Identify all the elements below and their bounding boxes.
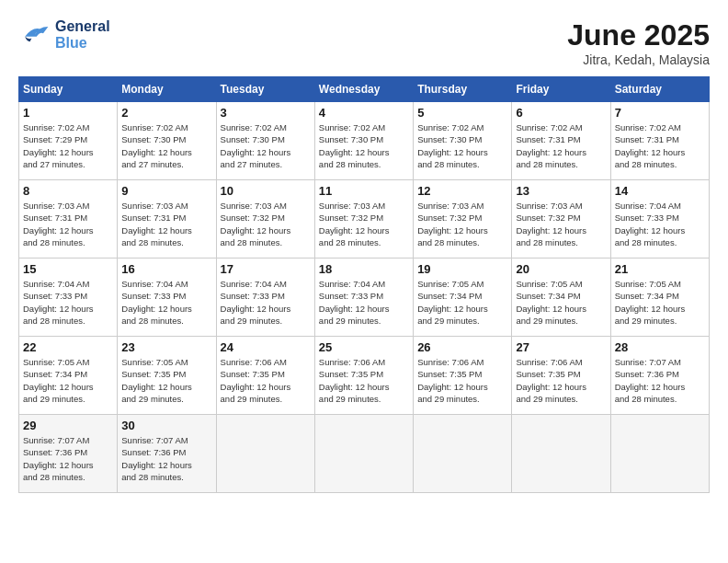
day-13: 13 Sunrise: 7:03 AMSunset: 7:32 PMDaylig… <box>512 180 610 259</box>
day-9: 9 Sunrise: 7:03 AMSunset: 7:31 PMDayligh… <box>118 180 216 259</box>
day-8: 8 Sunrise: 7:03 AMSunset: 7:31 PMDayligh… <box>19 180 118 259</box>
week-row-5: 29 Sunrise: 7:07 AMSunset: 7:36 PMDaylig… <box>19 415 710 493</box>
week-row-1: 1 Sunrise: 7:02 AMSunset: 7:29 PMDayligh… <box>19 102 710 180</box>
day-6: 6 Sunrise: 7:02 AMSunset: 7:31 PMDayligh… <box>512 102 610 180</box>
day-12: 12 Sunrise: 7:03 AMSunset: 7:32 PMDaylig… <box>414 180 512 259</box>
day-28: 28 Sunrise: 7:07 AMSunset: 7:36 PMDaylig… <box>610 337 709 415</box>
empty-cell-5 <box>610 415 709 493</box>
day-15: 15 Sunrise: 7:04 AMSunset: 7:33 PMDaylig… <box>19 259 118 337</box>
empty-cell-2 <box>314 415 413 493</box>
week-row-2: 8 Sunrise: 7:03 AMSunset: 7:31 PMDayligh… <box>19 180 710 259</box>
day-21: 21 Sunrise: 7:05 AMSunset: 7:34 PMDaylig… <box>610 259 709 337</box>
calendar: Sunday Monday Tuesday Wednesday Thursday… <box>18 76 710 493</box>
day-18: 18 Sunrise: 7:04 AMSunset: 7:33 PMDaylig… <box>314 259 413 337</box>
day-5: 5 Sunrise: 7:02 AMSunset: 7:30 PMDayligh… <box>414 102 512 180</box>
logo-icon <box>18 18 51 52</box>
day-11: 11 Sunrise: 7:03 AMSunset: 7:32 PMDaylig… <box>314 180 413 259</box>
week-row-4: 22 Sunrise: 7:05 AMSunset: 7:34 PMDaylig… <box>19 337 710 415</box>
day-20: 20 Sunrise: 7:05 AMSunset: 7:34 PMDaylig… <box>512 259 610 337</box>
page-header: General Blue June 2025 Jitra, Kedah, Mal… <box>18 18 710 67</box>
header-friday: Friday <box>512 77 610 102</box>
day-4: 4 Sunrise: 7:02 AMSunset: 7:30 PMDayligh… <box>314 102 413 180</box>
day-10: 10 Sunrise: 7:03 AMSunset: 7:32 PMDaylig… <box>216 180 314 259</box>
day-2: 2 Sunrise: 7:02 AMSunset: 7:30 PMDayligh… <box>118 102 216 180</box>
logo-text: General Blue <box>55 18 110 52</box>
day-3: 3 Sunrise: 7:02 AMSunset: 7:30 PMDayligh… <box>216 102 314 180</box>
day-22: 22 Sunrise: 7:05 AMSunset: 7:34 PMDaylig… <box>19 337 118 415</box>
day-23: 23 Sunrise: 7:05 AMSunset: 7:35 PMDaylig… <box>118 337 216 415</box>
day-17: 17 Sunrise: 7:04 AMSunset: 7:33 PMDaylig… <box>216 259 314 337</box>
empty-cell-3 <box>414 415 512 493</box>
day-25: 25 Sunrise: 7:06 AMSunset: 7:35 PMDaylig… <box>314 337 413 415</box>
location: Jitra, Kedah, Malaysia <box>567 52 710 67</box>
day-27: 27 Sunrise: 7:06 AMSunset: 7:35 PMDaylig… <box>512 337 610 415</box>
day-19: 19 Sunrise: 7:05 AMSunset: 7:34 PMDaylig… <box>414 259 512 337</box>
day-7: 7 Sunrise: 7:02 AMSunset: 7:31 PMDayligh… <box>610 102 709 180</box>
empty-cell-1 <box>216 415 314 493</box>
header-thursday: Thursday <box>414 77 512 102</box>
header-sunday: Sunday <box>19 77 118 102</box>
empty-cell-4 <box>512 415 610 493</box>
day-26: 26 Sunrise: 7:06 AMSunset: 7:35 PMDaylig… <box>414 337 512 415</box>
day-24: 24 Sunrise: 7:06 AMSunset: 7:35 PMDaylig… <box>216 337 314 415</box>
header-tuesday: Tuesday <box>216 77 314 102</box>
header-monday: Monday <box>118 77 216 102</box>
week-row-3: 15 Sunrise: 7:04 AMSunset: 7:33 PMDaylig… <box>19 259 710 337</box>
day-16: 16 Sunrise: 7:04 AMSunset: 7:33 PMDaylig… <box>118 259 216 337</box>
weekday-header-row: Sunday Monday Tuesday Wednesday Thursday… <box>19 77 710 102</box>
logo: General Blue <box>18 18 110 52</box>
day-29: 29 Sunrise: 7:07 AMSunset: 7:36 PMDaylig… <box>19 415 118 493</box>
header-saturday: Saturday <box>610 77 709 102</box>
month-title: June 2025 <box>567 18 710 52</box>
header-wednesday: Wednesday <box>314 77 413 102</box>
day-14: 14 Sunrise: 7:04 AMSunset: 7:33 PMDaylig… <box>610 180 709 259</box>
title-area: June 2025 Jitra, Kedah, Malaysia <box>567 18 710 67</box>
day-1: 1 Sunrise: 7:02 AMSunset: 7:29 PMDayligh… <box>19 102 118 180</box>
day-30: 30 Sunrise: 7:07 AMSunset: 7:36 PMDaylig… <box>118 415 216 493</box>
